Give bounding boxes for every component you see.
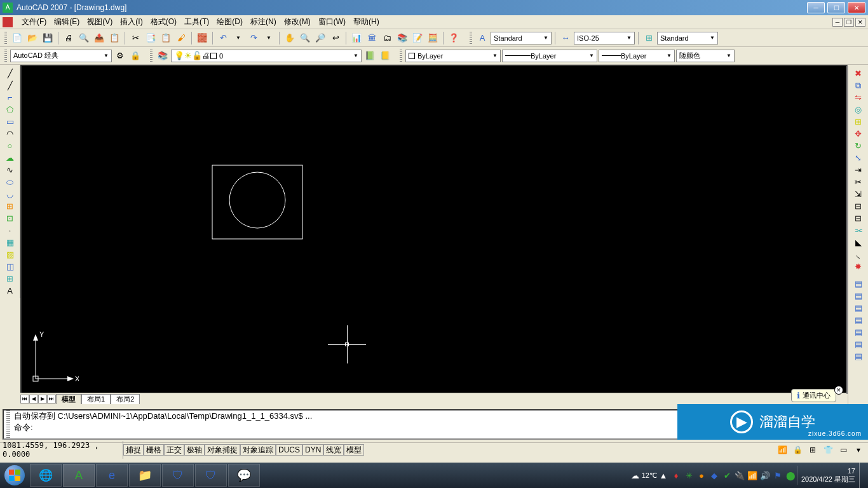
tray-clock[interactable]: 17 2020/4/22 星期三	[797, 466, 859, 485]
toolbar-grip[interactable]	[400, 50, 402, 62]
menu-insert[interactable]: 插入(I)	[116, 17, 146, 27]
tray-app4-icon[interactable]: ◆	[709, 470, 720, 481]
ellipse-arc-tool[interactable]: ◡	[3, 188, 17, 200]
mirror-tool[interactable]: ⇋	[851, 92, 865, 104]
mtext-tool[interactable]: A	[3, 285, 17, 297]
scale-tool[interactable]: ⤡	[851, 152, 865, 164]
spline-tool[interactable]: ∿	[3, 164, 17, 176]
tray-usb-icon[interactable]: 🔌	[734, 470, 745, 481]
print-preview-button[interactable]: 🔍	[77, 31, 91, 45]
bubble-close-button[interactable]: ✕	[834, 386, 843, 395]
undo-button[interactable]: ↶	[216, 31, 230, 45]
toggle-lwt[interactable]: 线宽	[323, 444, 344, 456]
explode-tool[interactable]: ✸	[851, 261, 865, 273]
toolbar-grip[interactable]	[470, 32, 472, 44]
lineweight-dropdown[interactable]: ByLayer▼	[599, 50, 675, 62]
workspace-settings-button[interactable]: ⚙	[113, 49, 127, 63]
task-chrome[interactable]: 🌐	[30, 464, 62, 487]
task-autocad[interactable]: A	[63, 464, 95, 487]
minimize-button[interactable]: ─	[807, 2, 825, 13]
cmd-grip[interactable]	[6, 410, 10, 438]
zoom-realtime-button[interactable]: 🔍	[298, 31, 312, 45]
status-menu-icon[interactable]: ▾	[851, 444, 865, 456]
tab-layout2[interactable]: 布局2	[111, 394, 140, 404]
layer-previous-button[interactable]: 📗	[363, 49, 377, 63]
tab-next-button[interactable]: ▶	[38, 395, 47, 403]
tab-prev-button[interactable]: ◀	[29, 395, 38, 403]
block-editor-button[interactable]: 🧱	[195, 31, 209, 45]
revcloud-tool[interactable]: ☁	[3, 152, 17, 164]
array-tool[interactable]: ⊞	[851, 116, 865, 128]
make-block-tool[interactable]: ⊡	[3, 212, 17, 224]
menu-draw[interactable]: 绘图(D)	[213, 17, 247, 27]
props-panel-button[interactable]: ▤	[851, 278, 865, 290]
insert-block-tool[interactable]: ⊞	[3, 200, 17, 212]
zoom-previous-button[interactable]: ↩	[329, 31, 342, 45]
mdi-restore-button[interactable]: ❐	[844, 18, 854, 27]
arc-tool[interactable]: ◠	[3, 128, 17, 140]
hatch-tool[interactable]: ▦	[3, 236, 17, 248]
status-tray-icon[interactable]: ⊞	[806, 444, 820, 456]
layer-dropdown[interactable]: 💡 ☀ 🔓 🖨 0 ▼	[171, 50, 362, 62]
publish-button[interactable]: 📤	[92, 31, 106, 45]
break-tool[interactable]: ⊟	[851, 212, 865, 224]
quickcalc-button[interactable]: 🧮	[426, 31, 440, 45]
tray-up-icon[interactable]: ▲	[658, 470, 669, 481]
text-style-button[interactable]: A	[475, 31, 489, 45]
redo-button[interactable]: ↷	[247, 31, 261, 45]
rectangle-tool[interactable]: ▭	[3, 116, 17, 128]
design-center-button[interactable]: 🏛	[365, 31, 379, 45]
dim-style-button[interactable]: ↔	[559, 31, 573, 45]
menu-tools[interactable]: 工具(T)	[180, 17, 213, 27]
polyline-tool[interactable]: ⌐	[3, 92, 17, 104]
chamfer-tool[interactable]: ◣	[851, 236, 865, 248]
polygon-tool[interactable]: ⬠	[3, 104, 17, 116]
tray-app5-icon[interactable]: ✔	[721, 470, 733, 481]
toolbar-grip[interactable]	[4, 32, 7, 44]
toolbar-lock-button[interactable]: 🔒	[128, 49, 142, 63]
show-desktop-button[interactable]	[859, 463, 865, 488]
table-tool[interactable]: ⊞	[3, 273, 17, 285]
drawing-canvas[interactable]: Y X	[22, 66, 846, 393]
comm-center-bubble[interactable]: ℹ 通讯中心 ✕	[791, 389, 836, 402]
task-explorer[interactable]: 📁	[129, 464, 161, 487]
toggle-dyn[interactable]: DYN	[302, 444, 323, 456]
tray-flag-icon[interactable]: ⚑	[772, 470, 783, 481]
linetype-dropdown[interactable]: ByLayer▼	[502, 50, 597, 62]
status-comm-icon[interactable]: 📶	[775, 444, 789, 456]
menu-dimension[interactable]: 标注(N)	[247, 17, 280, 27]
toggle-grid[interactable]: 栅格	[144, 444, 164, 456]
toggle-osnap[interactable]: 对象捕捉	[205, 444, 240, 456]
toggle-polar[interactable]: 极轴	[184, 444, 205, 456]
trim-tool[interactable]: ✂	[851, 176, 865, 188]
tab-last-button[interactable]: ⏭	[47, 395, 56, 403]
status-clean-icon[interactable]: ▭	[836, 444, 850, 456]
join-tool[interactable]: ⫘	[851, 224, 865, 236]
tray-temp[interactable]: 12℃	[642, 471, 657, 480]
zoom-window-button[interactable]: 🔎	[313, 31, 327, 45]
props-panel6-button[interactable]: ▤	[851, 338, 865, 350]
erase-tool[interactable]: ✖	[851, 67, 865, 79]
fillet-tool[interactable]: ◟	[851, 248, 865, 261]
tray-net-icon[interactable]: 📶	[747, 470, 758, 481]
menu-format[interactable]: 格式(O)	[147, 17, 180, 27]
props-panel3-button[interactable]: ▤	[851, 302, 865, 314]
weather-icon[interactable]: ☁	[630, 470, 641, 481]
redo-dropdown[interactable]: ▼	[262, 31, 276, 45]
toggle-ortho[interactable]: 正交	[164, 444, 184, 456]
layer-state-button[interactable]: 📒	[378, 49, 392, 63]
menu-help[interactable]: 帮助(H)	[349, 17, 383, 27]
task-security2[interactable]: 🛡	[195, 464, 227, 487]
text-style-dropdown[interactable]: Standard▼	[491, 32, 552, 44]
tab-layout1[interactable]: 布局1	[81, 394, 111, 404]
color-dropdown[interactable]: ByLayer▼	[405, 50, 501, 62]
tray-vol-icon[interactable]: 🔊	[759, 470, 771, 481]
cut-button[interactable]: ✂	[128, 31, 142, 45]
toggle-model[interactable]: 模型	[344, 444, 364, 456]
print-button[interactable]: 🖨	[62, 31, 76, 45]
menu-view[interactable]: 视图(V)	[83, 17, 116, 27]
menu-edit[interactable]: 编辑(E)	[50, 17, 83, 27]
extend-tool[interactable]: ⇲	[851, 188, 865, 200]
save-button[interactable]: 💾	[41, 31, 55, 45]
plot-button[interactable]: 📋	[107, 31, 121, 45]
